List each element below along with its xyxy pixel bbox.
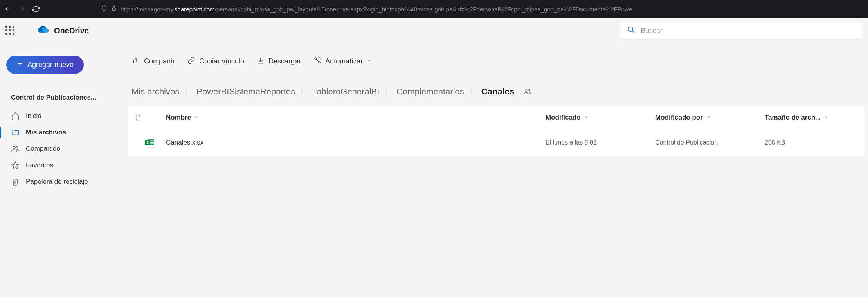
column-header-size[interactable]: Tamaño de arch... (765, 114, 859, 121)
sidebar-item-label: Mis archivos (26, 129, 66, 136)
url-text: https://minsagob-my.sharepoint.com/perso… (121, 6, 632, 13)
back-button[interactable] (4, 5, 12, 13)
file-list: Nombre Modificado Modificado por (128, 106, 865, 156)
plus-icon (16, 60, 23, 69)
search-icon (627, 26, 635, 35)
search-input[interactable] (641, 27, 855, 35)
app-name: OneDrive (54, 26, 89, 35)
search-box[interactable] (620, 22, 863, 39)
chevron-right-icon: 〉 (301, 88, 307, 96)
download-label: Descargar (268, 57, 301, 65)
breadcrumb-item[interactable]: PowerBISistemaReportes (196, 87, 295, 97)
automate-label: Automatizar (325, 57, 363, 65)
sidebar-item-label: Favoritos (26, 161, 53, 169)
chevron-right-icon: 〉 (185, 88, 191, 96)
sidebar-item-my-files[interactable]: Mis archivos (6, 124, 114, 141)
add-new-button[interactable]: Agregar nuevo (6, 56, 84, 74)
breadcrumb-item[interactable]: TableroGeneralBI (312, 87, 379, 97)
add-new-label: Agregar nuevo (27, 61, 74, 69)
chevron-down-icon (194, 114, 199, 120)
folder-icon (11, 128, 20, 137)
breadcrumb-current: Canales (481, 87, 514, 97)
list-header: Nombre Modificado Modificado por (128, 106, 865, 129)
download-icon (257, 56, 265, 66)
file-size: 208 KB (765, 139, 859, 146)
chevron-down-icon (824, 114, 828, 120)
flow-icon (313, 56, 321, 66)
main-content: Compartir Copiar vínculo Descargar Autom… (121, 43, 868, 297)
share-button[interactable]: Compartir (131, 55, 176, 68)
file-name: Canales.xlsx (166, 139, 546, 147)
browser-address-bar: https://minsagob-my.sharepoint.com/perso… (0, 0, 868, 18)
svg-point-1 (628, 27, 633, 32)
reload-button[interactable] (32, 5, 40, 13)
file-row[interactable]: Canales.xlsx El lunes a las 9:02 Control… (128, 129, 865, 156)
toolbar: Compartir Copiar vínculo Descargar Autom… (125, 55, 868, 68)
sidebar-item-recycle-bin[interactable]: Papelera de reciclaje (6, 174, 114, 190)
share-label: Compartir (144, 57, 175, 65)
sidebar-item-shared[interactable]: Compartido (6, 141, 114, 157)
automate-button[interactable]: Automatizar (313, 55, 372, 68)
excel-file-icon (135, 136, 166, 149)
svg-point-3 (16, 146, 18, 148)
lock-icon (111, 5, 117, 13)
file-modified-by: Control de Publicacion (655, 139, 765, 146)
chevron-right-icon: 〉 (385, 88, 391, 96)
column-header-name[interactable]: Nombre (166, 114, 546, 121)
share-icon (132, 56, 140, 66)
home-icon (11, 112, 20, 120)
download-button[interactable]: Descargar (256, 55, 302, 68)
column-header-modified[interactable]: Modificado (546, 114, 655, 121)
svg-point-5 (319, 62, 320, 63)
svg-point-4 (315, 58, 316, 59)
column-header-modified-by[interactable]: Modificado por (655, 114, 765, 121)
app-logo[interactable]: OneDrive (37, 25, 89, 36)
chevron-right-icon: 〉 (470, 88, 476, 96)
sidebar-section-title[interactable]: Control de Publicaciones... (6, 91, 114, 105)
sidebar-item-label: Compartido (26, 145, 60, 153)
breadcrumb: Mis archivos 〉 PowerBISistemaReportes 〉 … (125, 87, 868, 97)
chevron-down-icon (706, 114, 711, 120)
copy-link-label: Copiar vínculo (199, 57, 244, 65)
svg-point-7 (528, 89, 530, 91)
copy-link-button[interactable]: Copiar vínculo (187, 55, 245, 68)
sidebar-item-home[interactable]: Inicio (6, 108, 114, 124)
people-icon (11, 145, 20, 153)
breadcrumb-item[interactable]: Complementarios (396, 87, 464, 97)
sidebar: Agregar nuevo Control de Publicaciones..… (0, 43, 121, 297)
svg-rect-0 (112, 8, 115, 10)
share-indicator-icon[interactable] (523, 87, 531, 96)
sidebar-item-label: Inicio (26, 112, 41, 120)
chevron-down-icon (584, 114, 589, 120)
app-launcher-icon[interactable] (5, 26, 15, 35)
star-icon (11, 161, 20, 170)
breadcrumb-item[interactable]: Mis archivos (131, 87, 179, 97)
sidebar-item-favorites[interactable]: Favoritos (6, 157, 114, 174)
forward-button[interactable] (18, 5, 26, 13)
chevron-down-icon (367, 58, 371, 64)
svg-point-2 (13, 146, 15, 148)
column-header-icon[interactable] (135, 114, 166, 121)
link-icon (187, 56, 195, 66)
sidebar-item-label: Papelera de reciclaje (26, 178, 88, 186)
app-header: OneDrive (0, 18, 868, 43)
file-modified: El lunes a las 9:02 (546, 139, 655, 146)
onedrive-icon (37, 25, 50, 36)
trash-icon (11, 177, 20, 186)
shield-icon (101, 5, 107, 13)
svg-point-6 (525, 89, 528, 92)
url-bar[interactable]: https://minsagob-my.sharepoint.com/perso… (95, 3, 864, 15)
